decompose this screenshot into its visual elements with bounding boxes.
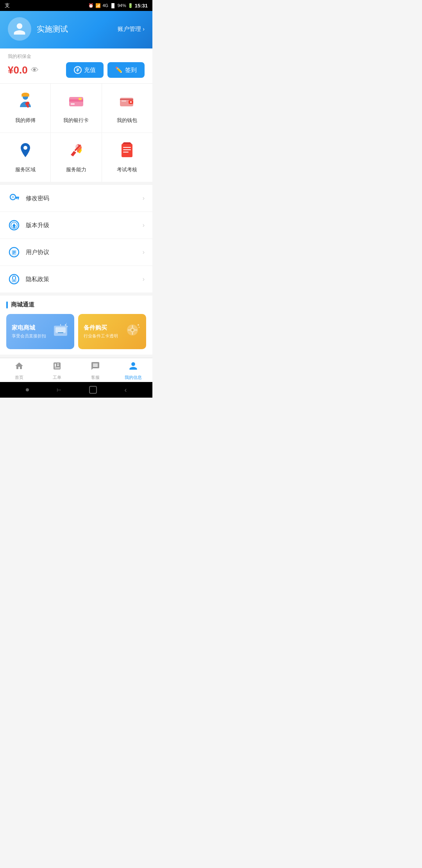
grid-row-1: 我的师傅 我的银行卡 [0, 84, 152, 133]
shop-title-label: 商城通道 [11, 301, 34, 308]
svg-point-11 [130, 101, 132, 103]
svg-point-20 [12, 196, 14, 198]
ability-label: 服务能力 [66, 166, 86, 173]
service-nav-label: 客服 [91, 375, 100, 380]
balance-area: 我的积保金 ¥0.0 👁 ¥ 充值 ✏️ 签到 [0, 48, 152, 84]
bottom-nav: 首页 工单 客服 我的信息 [0, 358, 152, 382]
agreement-icon-wrap [8, 246, 20, 258]
wifi-icon: 📶 [95, 3, 101, 8]
gesture-bar: ⊢ ‹ [0, 382, 152, 398]
svg-point-42 [131, 329, 134, 331]
alipay-icon: 支 [5, 2, 10, 9]
shop-section: 商城通道 家电商城 享受会员直接折扣 [0, 296, 152, 355]
appliance-subtitle: 享受会员直接折扣 [12, 333, 46, 339]
nav-item-mine[interactable]: 我的信息 [114, 361, 153, 380]
password-icon-wrap [8, 192, 20, 204]
privacy-label: 隐私政策 [26, 276, 143, 283]
svg-point-13 [23, 146, 27, 150]
grid-item-bankcard[interactable]: 我的银行卡 [51, 84, 102, 133]
upgrade-label: 版本升级 [26, 222, 143, 229]
grid-menu: 我的师傅 我的银行卡 [0, 84, 152, 182]
exam-icon [118, 142, 136, 162]
sign-pencil-icon: ✏️ [115, 66, 123, 74]
signal-icon: ▐▌ [110, 3, 116, 8]
agreement-label: 用户协议 [26, 249, 143, 256]
grid-item-master[interactable]: 我的师傅 [0, 84, 51, 133]
battery-icon: 🔋 [128, 3, 133, 8]
orders-nav-label: 工单 [53, 375, 61, 380]
avatar[interactable] [8, 17, 31, 41]
svg-rect-2 [21, 95, 29, 97]
svg-rect-7 [71, 103, 75, 105]
svg-point-34 [14, 280, 15, 282]
list-menu: 修改密码 › 版本升级 › 用户协议 › [0, 185, 152, 292]
home-nav-icon [14, 361, 24, 373]
area-label: 服务区域 [15, 166, 36, 173]
agreement-arrow: › [143, 249, 145, 256]
time-label: 15:31 [135, 3, 148, 9]
nav-item-orders[interactable]: 工单 [38, 361, 77, 380]
agreement-icon [8, 246, 20, 258]
balance-label: 我的积保金 [8, 53, 145, 60]
svg-rect-30 [13, 252, 16, 253]
user-icon [13, 22, 27, 36]
account-mgmt-arrow: › [143, 26, 145, 32]
svg-rect-8 [79, 98, 82, 100]
svg-rect-17 [123, 149, 131, 150]
grid-item-ability[interactable]: 服务能力 [51, 133, 102, 182]
balance-row: ¥0.0 👁 ¥ 充值 ✏️ 签到 [8, 62, 145, 78]
svg-rect-23 [16, 198, 17, 199]
battery-label: 94% [118, 3, 126, 8]
balance-actions: ¥ 充值 ✏️ 签到 [66, 62, 145, 78]
appliance-icon [52, 322, 69, 341]
svg-rect-36 [55, 327, 66, 333]
svg-point-4 [26, 102, 29, 105]
grid-row-2: 服务区域 服务能力 [0, 133, 152, 182]
shop-card-appliance[interactable]: 家电商城 享受会员直接折扣 [6, 314, 74, 349]
service-nav-icon [91, 361, 100, 373]
list-item-agreement[interactable]: 用户协议 › [0, 239, 152, 266]
list-item-privacy[interactable]: 隐私政策 › [0, 266, 152, 292]
home-nav-label: 首页 [15, 375, 23, 380]
privacy-icon [8, 273, 20, 285]
password-label: 修改密码 [26, 195, 143, 202]
appliance-card-text: 家电商城 享受会员直接折扣 [12, 324, 46, 339]
balance-display: ¥0.0 👁 [8, 64, 39, 76]
sign-button[interactable]: ✏️ 签到 [107, 62, 145, 78]
privacy-icon-wrap [8, 273, 20, 285]
ability-icon [68, 142, 85, 162]
nav-item-service[interactable]: 客服 [76, 361, 114, 380]
mine-nav-label: 我的信息 [125, 375, 142, 380]
svg-rect-15 [122, 144, 132, 157]
alarm-icon: ⏰ [88, 3, 94, 8]
svg-rect-21 [15, 197, 19, 198]
username: 实施测试 [37, 24, 68, 34]
upgrade-icon-wrap [8, 219, 20, 231]
grid-item-exam[interactable]: 考试考核 [102, 133, 152, 182]
password-arrow: › [143, 195, 145, 202]
list-item-password[interactable]: 修改密码 › [0, 185, 152, 212]
recharge-label: 充值 [84, 66, 96, 74]
back-gesture-icon[interactable]: ‹ [125, 386, 127, 394]
master-icon [17, 92, 34, 113]
shop-cards: 家电商城 享受会员直接折扣 备件购买 行业备件工卡透明 [6, 314, 146, 349]
nav-item-home[interactable]: 首页 [0, 361, 38, 380]
svg-rect-29 [13, 251, 16, 252]
svg-point-37 [65, 324, 66, 326]
bankcard-icon [68, 92, 85, 113]
eye-icon[interactable]: 👁 [31, 66, 39, 75]
shop-title-bar [6, 301, 8, 308]
svg-point-38 [67, 326, 68, 327]
svg-point-39 [66, 323, 67, 324]
shop-card-parts[interactable]: 备件购买 行业备件工卡透明 [78, 314, 146, 349]
svg-rect-31 [13, 253, 14, 254]
list-item-upgrade[interactable]: 版本升级 › [0, 212, 152, 239]
grid-item-wallet[interactable]: 我的钱包 [102, 84, 152, 133]
recharge-button[interactable]: ¥ 充值 [66, 62, 104, 78]
recharge-yuan-icon: ¥ [74, 66, 82, 74]
grid-item-area[interactable]: 服务区域 [0, 133, 51, 182]
area-icon [17, 142, 34, 162]
home-gesture-button[interactable] [89, 386, 97, 394]
recent-apps-icon[interactable]: ⊢ [57, 387, 61, 393]
account-mgmt-button[interactable]: 账户管理 › [118, 25, 145, 33]
